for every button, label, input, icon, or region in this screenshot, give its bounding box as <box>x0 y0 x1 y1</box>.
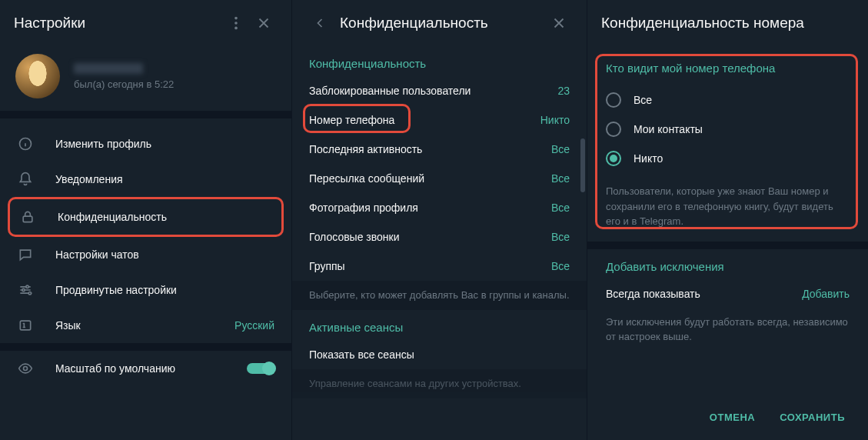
menu-label: Настройки чатов <box>55 248 274 261</box>
profile-name-redacted <box>74 63 143 74</box>
menu-item-chat-settings[interactable]: Настройки чатов <box>0 237 291 272</box>
section-privacy: Конфиденциальность <box>292 46 587 76</box>
radio-nobody[interactable]: Никто <box>587 144 868 173</box>
settings-header: Настройки <box>0 0 291 46</box>
item-profile-photo[interactable]: Фотография профиля Все <box>292 193 587 222</box>
settings-menu: Изменить профиль Уведомления Конфиденциа… <box>0 118 291 343</box>
scrollbar[interactable] <box>580 138 585 192</box>
phone-privacy-header: Конфиденциальность номера <box>587 0 868 46</box>
lock-icon <box>19 208 36 225</box>
item-always-show[interactable]: Всегда показывать Добавить <box>587 279 868 308</box>
section-who-sees: Кто видит мой номер телефона <box>587 46 868 81</box>
profile-block[interactable]: был(а) сегодня в 5:22 <box>0 46 291 111</box>
section-exceptions: Добавить исключения <box>587 249 868 279</box>
svg-point-7 <box>28 292 31 295</box>
chat-icon <box>17 246 34 263</box>
dialog-footer: ОТМЕНА СОХРАНИТЬ <box>587 395 868 440</box>
toggle-switch[interactable] <box>247 363 274 374</box>
svg-point-1 <box>234 22 238 25</box>
more-icon[interactable] <box>222 9 250 37</box>
avatar <box>15 54 60 98</box>
svg-point-6 <box>22 288 25 291</box>
phone-privacy-title: Конфиденциальность номера <box>601 15 854 32</box>
item-last-seen[interactable]: Последняя активность Все <box>292 135 587 164</box>
exceptions-help: Эти исключения будут работать всегда, не… <box>587 308 868 357</box>
visibility-radio-group: Все Мои контакты Никто <box>587 81 868 178</box>
info-icon <box>17 135 34 152</box>
settings-panel: Настройки был(а) сегодня в 5:22 Изменить… <box>0 0 292 440</box>
svg-point-5 <box>26 285 28 288</box>
item-phone-number[interactable]: Номер телефона Никто <box>292 105 587 135</box>
profile-info: был(а) сегодня в 5:22 <box>74 63 174 90</box>
item-voice-calls[interactable]: Голосовые звонки Все <box>292 222 587 252</box>
settings-title: Настройки <box>14 15 222 32</box>
privacy-panel: Конфиденциальность Конфиденциальность За… <box>292 0 587 440</box>
menu-label: Продвинутые настройки <box>55 284 274 296</box>
radio-label: Все <box>634 94 652 106</box>
svg-point-9 <box>24 367 28 371</box>
close-icon[interactable] <box>545 9 573 37</box>
menu-label: Изменить профиль <box>55 138 274 150</box>
radio-contacts[interactable]: Мои контакты <box>587 115 868 144</box>
menu-value: Русский <box>234 319 274 332</box>
svg-point-0 <box>234 17 238 20</box>
privacy-header: Конфиденциальность <box>292 0 587 46</box>
close-icon[interactable] <box>250 9 278 37</box>
menu-item-edit-profile[interactable]: Изменить профиль <box>0 126 291 162</box>
radio-icon <box>606 122 621 137</box>
cancel-button[interactable]: ОТМЕНА <box>699 405 766 429</box>
svg-point-2 <box>234 27 238 30</box>
radio-icon <box>606 151 621 166</box>
item-forwarded[interactable]: Пересылка сообщений Все <box>292 164 587 193</box>
back-icon[interactable] <box>306 9 334 37</box>
item-groups[interactable]: Группы Все <box>292 252 587 281</box>
menu-item-language[interactable]: Язык Русский <box>0 308 291 343</box>
save-button[interactable]: СОХРАНИТЬ <box>769 405 856 429</box>
visibility-help: Пользователи, которые уже знают Ваш номе… <box>587 178 868 242</box>
zoom-label: Масштаб по умолчанию <box>55 362 225 375</box>
radio-everyone[interactable]: Все <box>587 85 868 115</box>
radio-label: Мои контакты <box>634 123 703 135</box>
item-blocked-users[interactable]: Заблокированные пользователи 23 <box>292 76 587 105</box>
bell-icon <box>17 171 34 188</box>
profile-status: был(а) сегодня в 5:22 <box>74 78 174 90</box>
menu-label: Конфиденциальность <box>58 211 272 223</box>
eye-icon <box>17 360 34 377</box>
sliders-icon <box>17 282 34 298</box>
menu-label: Язык <box>55 319 213 332</box>
menu-item-advanced[interactable]: Продвинутые настройки <box>0 272 291 308</box>
svg-rect-4 <box>23 216 32 222</box>
radio-label: Никто <box>634 152 663 165</box>
section-sessions: Активные сеансы <box>292 310 587 340</box>
privacy-hint: Выберите, кто может добавлять Вас в груп… <box>292 281 587 310</box>
radio-icon <box>606 92 621 108</box>
language-icon <box>17 317 34 334</box>
menu-label: Уведомления <box>55 173 274 185</box>
default-zoom-toggle[interactable]: Масштаб по умолчанию <box>0 351 291 386</box>
sessions-hint: Управление сеансами на других устройства… <box>292 369 587 398</box>
menu-item-notifications[interactable]: Уведомления <box>0 162 291 197</box>
exception-action: Добавить <box>802 288 850 300</box>
exception-label: Всегда показывать <box>606 288 700 300</box>
phone-privacy-panel: Конфиденциальность номера Кто видит мой … <box>587 0 868 440</box>
svg-rect-8 <box>20 321 30 330</box>
item-show-sessions[interactable]: Показать все сеансы <box>292 340 587 369</box>
privacy-title: Конфиденциальность <box>340 15 545 32</box>
menu-item-privacy[interactable]: Конфиденциальность <box>8 197 284 237</box>
